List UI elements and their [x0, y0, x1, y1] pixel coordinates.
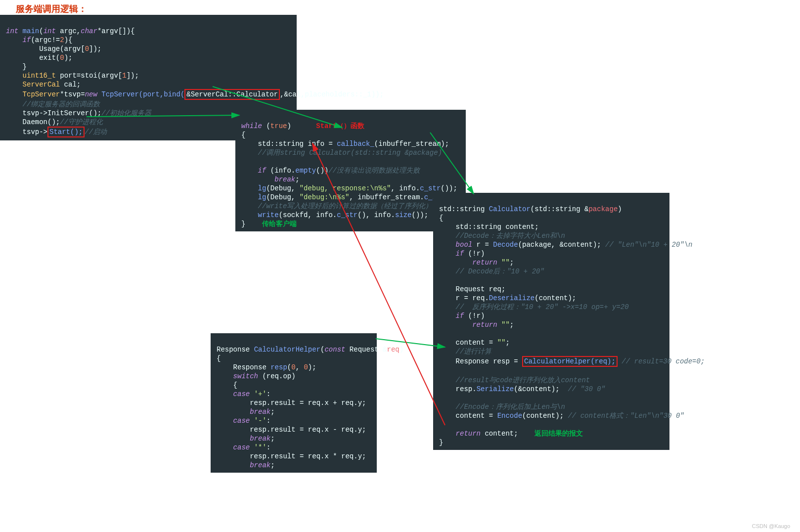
highlight-start: Start();	[47, 127, 85, 137]
diagram-title: 服务端调用逻辑：	[16, 3, 87, 15]
code-block-calculatorhelper: Response CalculatorHelper(const Request …	[211, 333, 377, 473]
watermark: CSDN @Kaugo	[752, 523, 790, 529]
highlight-servercal-calculator: &ServerCal::Calculator	[184, 89, 280, 100]
code-block-start: while (true) Start（）函数 { std::string inf…	[235, 110, 466, 231]
annotation-send-client: 传给客户端	[262, 220, 297, 228]
code-block-calculator: std::string Calculator(std::string &pack…	[433, 193, 669, 450]
annotation-start-fn: Start（）函数	[316, 122, 364, 130]
annotation-return-msg: 返回结果的报文	[534, 430, 583, 438]
highlight-calculatorhelper-call: CalculatorHelper(req);	[522, 356, 618, 367]
